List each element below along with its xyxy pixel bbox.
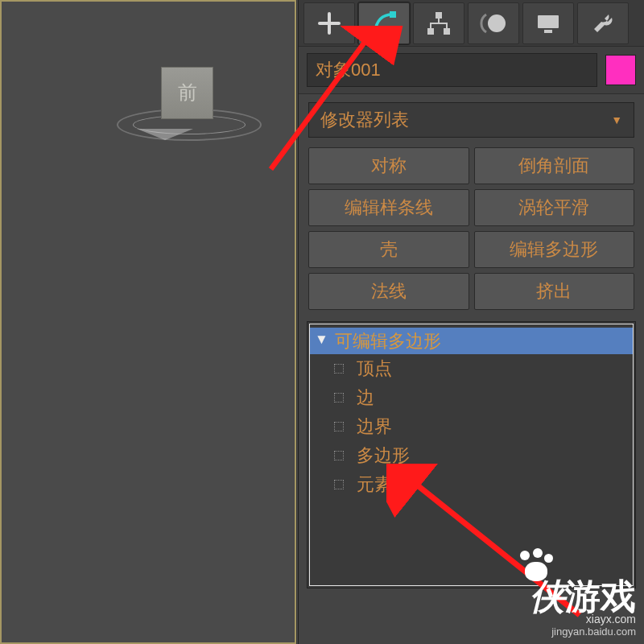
object-name-input[interactable] [307, 53, 597, 87]
tree-dot-icon [334, 422, 344, 431]
create-tab[interactable] [303, 2, 355, 44]
modifier-list-dropdown[interactable]: 修改器列表 ▼ [308, 102, 634, 138]
subobject-label: 元素 [357, 473, 392, 497]
expand-collapse-icon[interactable]: ▼ [315, 332, 328, 348]
svg-point-5 [488, 14, 506, 32]
edit-spline-button[interactable]: 编辑样条线 [308, 189, 469, 226]
motion-tab[interactable] [468, 2, 519, 44]
modify-icon [369, 8, 399, 39]
tree-dot-icon [334, 451, 344, 460]
subobject-vertex[interactable]: 顶点 [310, 354, 633, 383]
svg-rect-3 [427, 28, 434, 35]
subobject-label: 边界 [357, 415, 392, 439]
chevron-down-icon: ▼ [611, 114, 622, 126]
viewcube-face-label: 前 [162, 68, 213, 117]
viewport[interactable]: 前 [0, 0, 297, 644]
modifier-stack: ▼ 可编辑多边形 顶点 边 边界 多边形 元素 [307, 321, 636, 588]
modify-tab[interactable] [358, 2, 410, 44]
subobject-label: 边 [357, 386, 374, 410]
wrench-icon [588, 9, 617, 38]
svg-rect-2 [436, 12, 442, 19]
shell-button[interactable]: 壳 [308, 231, 469, 268]
modifier-list-label: 修改器列表 [320, 108, 409, 132]
tree-dot-icon [334, 393, 344, 402]
hierarchy-icon [424, 9, 453, 38]
modifier-stack-inner: ▼ 可编辑多边形 顶点 边 边界 多边形 元素 [309, 324, 634, 586]
chamfer-profile-button[interactable]: 倒角剖面 [474, 147, 635, 184]
tree-dot-icon [334, 364, 344, 374]
display-icon [534, 9, 563, 38]
extrude-button[interactable]: 挤出 [474, 273, 635, 310]
object-name-row [299, 47, 644, 94]
stack-root-editable-poly[interactable]: ▼ 可编辑多边形 [310, 328, 633, 354]
svg-rect-4 [444, 28, 450, 35]
viewcube[interactable]: 前 [161, 67, 213, 119]
panel-tabs [299, 0, 644, 47]
plus-icon [315, 9, 344, 38]
motion-icon [479, 9, 508, 38]
svg-rect-6 [538, 15, 559, 28]
svg-rect-7 [544, 30, 552, 33]
command-panel: 修改器列表 ▼ 对称 倒角剖面 编辑样条线 涡轮平滑 壳 编辑多边形 法线 挤出… [298, 0, 644, 644]
subobject-label: 多边形 [357, 444, 410, 468]
turbosmooth-button[interactable]: 涡轮平滑 [474, 189, 635, 226]
subobject-element[interactable]: 元素 [310, 470, 633, 499]
hierarchy-tab[interactable] [413, 2, 464, 44]
edit-poly-button[interactable]: 编辑多边形 [474, 231, 635, 268]
stack-root-label: 可编辑多边形 [335, 329, 441, 353]
viewcube-shadow [137, 129, 193, 140]
tree-dot-icon [334, 480, 344, 489]
symmetry-button[interactable]: 对称 [308, 147, 469, 184]
normal-button[interactable]: 法线 [308, 273, 469, 310]
subobject-polygon[interactable]: 多边形 [310, 441, 633, 470]
display-tab[interactable] [522, 2, 574, 44]
subobject-border[interactable]: 边界 [310, 412, 633, 441]
modifier-button-grid: 对称 倒角剖面 编辑样条线 涡轮平滑 壳 编辑多边形 法线 挤出 [299, 147, 644, 318]
subobject-label: 顶点 [357, 357, 392, 381]
utilities-tab[interactable] [577, 2, 629, 44]
object-color-swatch[interactable] [605, 55, 636, 85]
subobject-edge[interactable]: 边 [310, 383, 633, 412]
